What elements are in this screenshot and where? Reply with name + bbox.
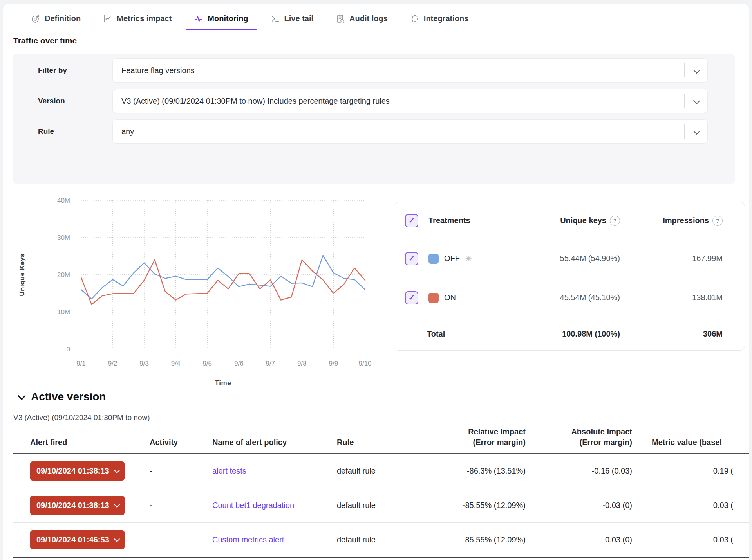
help-icon[interactable]: ? bbox=[712, 216, 723, 226]
active-version-toggle[interactable]: Active version bbox=[19, 391, 106, 403]
col-relative-impact: Relative Impact(Error margin) bbox=[407, 427, 526, 448]
relative-impact-cell: -85.55% (12.09%) bbox=[407, 501, 526, 510]
rule-cell: default rule bbox=[337, 501, 407, 510]
tab-monitoring[interactable]: Monitoring bbox=[186, 13, 257, 30]
svg-text:9/8: 9/8 bbox=[297, 360, 307, 367]
svg-text:Unique Keys: Unique Keys bbox=[18, 253, 26, 296]
alert-row: 09/10/2024 01:38:13 - alert tests defaul… bbox=[13, 454, 749, 488]
filter-by-label: Filter by bbox=[13, 66, 112, 75]
svg-text:9/5: 9/5 bbox=[202, 360, 212, 367]
chevron-down-icon[interactable] bbox=[685, 129, 707, 134]
rule-label: Rule bbox=[13, 127, 112, 136]
filter-row-version: Version V3 (Active) (09/01/2024 01:30PM … bbox=[13, 89, 735, 113]
tab-bar: Definition Metrics impact Monitoring Liv… bbox=[3, 4, 749, 30]
svg-text:Time: Time bbox=[215, 379, 231, 387]
chevron-down-icon[interactable] bbox=[685, 99, 707, 104]
treatment-name: ON bbox=[444, 293, 456, 302]
treatment-name: OFF bbox=[444, 254, 460, 263]
off-series-color-chip bbox=[428, 254, 439, 264]
relative-impact-cell: -86.3% (13.51%) bbox=[407, 466, 526, 475]
active-version-title: Active version bbox=[31, 391, 106, 403]
svg-text:9/9: 9/9 bbox=[329, 360, 338, 367]
col-metric-value: Metric value (basel bbox=[632, 437, 749, 448]
treatments-header: Treatments bbox=[428, 216, 503, 225]
filter-row-filter-by: Filter by Feature flag versions bbox=[13, 58, 735, 83]
treatments-panel: Treatments Unique keys ? Impressions ? O… bbox=[394, 202, 745, 351]
total-impressions: 306M bbox=[703, 330, 723, 339]
activity-cell: - bbox=[150, 535, 212, 544]
absolute-impact-cell: -0.16 (0.03) bbox=[526, 466, 632, 475]
traffic-line-chart: 010M20M30M40M9/19/29/39/49/59/69/79/89/9… bbox=[13, 193, 377, 400]
absolute-impact-cell: -0.03 (0) bbox=[526, 501, 632, 510]
treatments-select-all-checkbox[interactable] bbox=[405, 214, 418, 227]
off-unique-keys: 55.44M (54.90%) bbox=[560, 254, 620, 263]
chevron-down-icon[interactable] bbox=[685, 68, 707, 73]
version-select[interactable]: V3 (Active) (09/01/2024 01:30PM to now) … bbox=[112, 89, 708, 113]
col-alert-fired: Alert fired bbox=[30, 437, 150, 448]
treatment-off-checkbox[interactable] bbox=[405, 252, 418, 265]
alerts-table: Alert fired Activity Name of alert polic… bbox=[13, 427, 749, 558]
treatments-header-row: Treatments Unique keys ? Impressions ? bbox=[394, 202, 745, 239]
treatments-total-row: Total 100.98M (100%) 306M bbox=[394, 317, 745, 350]
tab-label: Integrations bbox=[424, 14, 468, 23]
impressions-header: Impressions bbox=[663, 216, 709, 225]
alerts-header-row: Alert fired Activity Name of alert polic… bbox=[13, 427, 749, 454]
total-unique-keys: 100.98M (100%) bbox=[562, 330, 620, 339]
tab-label: Metrics impact bbox=[117, 14, 172, 23]
metric-value-cell: 0.19 ( bbox=[632, 466, 749, 475]
tab-label: Monitoring bbox=[208, 14, 248, 23]
svg-text:9/10: 9/10 bbox=[358, 360, 371, 367]
svg-text:40M: 40M bbox=[57, 197, 70, 204]
activity-cell: - bbox=[150, 501, 212, 510]
chevron-down-icon bbox=[114, 536, 120, 542]
tab-label: Audit logs bbox=[349, 14, 388, 23]
tab-metrics-impact[interactable]: Metrics impact bbox=[95, 13, 180, 30]
alert-policy-link[interactable]: Custom metrics alert bbox=[212, 535, 284, 544]
alert-policy-link[interactable]: Count bet1 degradation bbox=[212, 501, 294, 510]
chevron-down-icon bbox=[114, 502, 120, 508]
col-rule: Rule bbox=[337, 437, 407, 448]
col-activity: Activity bbox=[150, 437, 212, 448]
help-icon[interactable]: ? bbox=[610, 216, 620, 226]
terminal-icon bbox=[271, 14, 280, 23]
rule-select[interactable]: any bbox=[112, 119, 708, 144]
chevron-down-icon bbox=[18, 392, 26, 400]
version-value: V3 (Active) (09/01/2024 01:30PM to now) … bbox=[113, 97, 684, 106]
document-search-icon bbox=[336, 14, 345, 23]
on-unique-keys: 45.54M (45.10%) bbox=[560, 293, 620, 302]
alert-policy-link[interactable]: alert tests bbox=[212, 466, 246, 475]
chevron-down-icon bbox=[114, 467, 120, 474]
rule-value: any bbox=[113, 127, 684, 136]
svg-text:10M: 10M bbox=[57, 308, 70, 316]
unique-keys-header: Unique keys bbox=[560, 216, 606, 225]
svg-text:9/3: 9/3 bbox=[139, 360, 149, 367]
treatment-row-on: ON 45.54M (45.10%) 138.01M bbox=[394, 278, 745, 317]
filter-by-select[interactable]: Feature flag versions bbox=[112, 58, 708, 83]
alert-fired-badge[interactable]: 09/10/2024 01:38:13 bbox=[30, 461, 125, 481]
alert-fired-badge[interactable]: 09/10/2024 01:46:53 bbox=[30, 530, 125, 549]
filter-row-rule: Rule any bbox=[13, 119, 735, 144]
total-label: Total bbox=[427, 330, 503, 339]
alert-row: 09/10/2024 01:46:53 - Custom metrics ale… bbox=[13, 523, 749, 558]
treatment-on-checkbox[interactable] bbox=[405, 291, 418, 304]
filter-panel: Filter by Feature flag versions Version … bbox=[13, 54, 735, 184]
col-alert-policy: Name of alert policy bbox=[212, 437, 337, 448]
svg-text:0: 0 bbox=[67, 346, 70, 353]
activity-cell: - bbox=[150, 466, 212, 475]
svg-text:30M: 30M bbox=[57, 234, 70, 241]
active-version-subtitle: V3 (Active) (09/10/2024 01:30PM to now) bbox=[13, 413, 150, 422]
page-title: Traffic over time bbox=[13, 36, 77, 45]
treatment-row-off: OFF ✳ 55.44M (54.90%) 167.99M bbox=[394, 239, 745, 278]
tab-integrations[interactable]: Integrations bbox=[402, 13, 477, 30]
pulse-icon bbox=[194, 14, 203, 23]
tab-definition[interactable]: Definition bbox=[23, 13, 89, 30]
alert-fired-badge[interactable]: 09/10/2024 01:38:13 bbox=[30, 496, 125, 515]
filter-by-value: Feature flag versions bbox=[113, 66, 684, 75]
tab-audit-logs[interactable]: Audit logs bbox=[327, 13, 396, 30]
tab-label: Live tail bbox=[284, 14, 313, 23]
svg-text:9/6: 9/6 bbox=[234, 360, 244, 367]
tab-live-tail[interactable]: Live tail bbox=[262, 13, 322, 30]
tab-label: Definition bbox=[45, 14, 81, 23]
svg-text:9/4: 9/4 bbox=[171, 360, 181, 367]
svg-text:9/7: 9/7 bbox=[266, 360, 275, 367]
